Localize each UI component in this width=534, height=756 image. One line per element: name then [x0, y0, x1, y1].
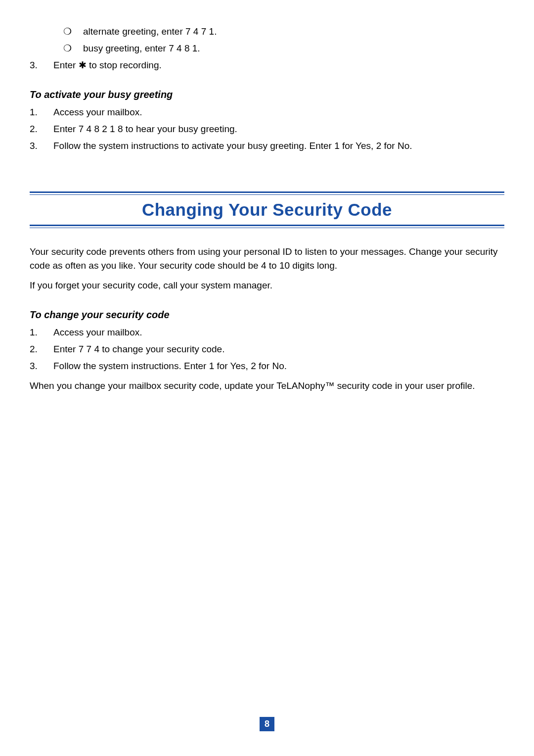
- subheading-change-code: To change your security code: [30, 309, 504, 321]
- bullet-item: ❍ alternate greeting, enter 7 4 7 1.: [30, 25, 504, 39]
- section-rule-bottom: [30, 225, 504, 228]
- step-text: Enter 7 7 4 to change your security code…: [53, 342, 224, 356]
- list-step: 1. Access your mailbox.: [30, 326, 504, 339]
- step-text: Access your mailbox.: [53, 326, 142, 339]
- star-icon: ✱: [79, 60, 87, 70]
- body-paragraph: Your security code prevents others from …: [30, 245, 504, 273]
- step-number: 1.: [30, 105, 43, 119]
- step-text: Follow the system instructions. Enter 1 …: [53, 359, 287, 373]
- list-step: 3. Follow the system instructions to act…: [30, 139, 504, 153]
- document-page: ❍ alternate greeting, enter 7 4 7 1. ❍ b…: [0, 0, 534, 756]
- text-fragment: to stop recording.: [87, 60, 162, 70]
- step-number: 3.: [30, 139, 43, 153]
- step-number: 1.: [30, 326, 43, 339]
- list-step: 2. Enter 7 4 8 2 1 8 to hear your busy g…: [30, 122, 504, 136]
- section-title: Changing Your Security Code: [30, 195, 504, 225]
- text-fragment: Enter: [53, 60, 79, 70]
- page-number-badge: 8: [260, 717, 274, 731]
- step-text: Enter 7 4 8 2 1 8 to hear your busy gree…: [53, 122, 237, 136]
- bullet-item: ❍ busy greeting, enter 7 4 8 1.: [30, 42, 504, 55]
- list-step: 1. Access your mailbox.: [30, 105, 504, 119]
- step-number: 3.: [30, 58, 43, 72]
- step-number: 2.: [30, 122, 43, 136]
- circle-bullet-icon: ❍: [62, 25, 72, 39]
- body-paragraph: When you change your mailbox security co…: [30, 379, 504, 393]
- step-number: 3.: [30, 359, 43, 373]
- circle-bullet-icon: ❍: [62, 42, 72, 55]
- list-step: 2. Enter 7 7 4 to change your security c…: [30, 342, 504, 356]
- subheading-activate-busy: To activate your busy greeting: [30, 89, 504, 100]
- step-number: 2.: [30, 342, 43, 356]
- list-step: 3. Enter ✱ to stop recording.: [30, 58, 504, 72]
- step-text: Access your mailbox.: [53, 105, 142, 119]
- list-step: 3. Follow the system instructions. Enter…: [30, 359, 504, 373]
- step-text: Follow the system instructions to activa…: [53, 139, 412, 153]
- bullet-text: alternate greeting, enter 7 4 7 1.: [83, 25, 217, 39]
- body-paragraph: If you forget your security code, call y…: [30, 279, 504, 292]
- step-text: Enter ✱ to stop recording.: [53, 58, 162, 72]
- bullet-text: busy greeting, enter 7 4 8 1.: [83, 42, 200, 55]
- section-rule-top: [30, 191, 504, 195]
